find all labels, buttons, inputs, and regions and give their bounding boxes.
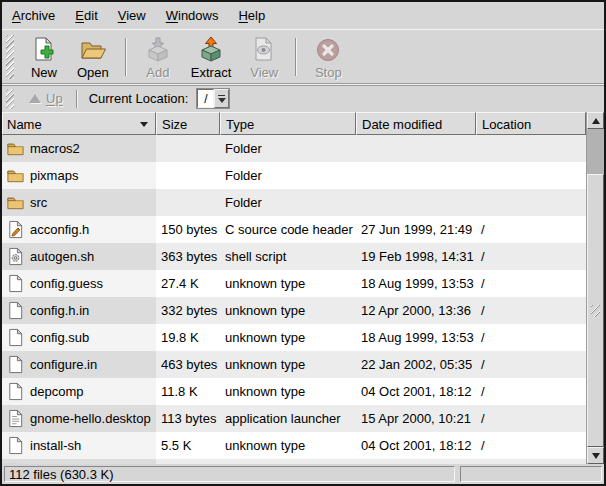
extract-icon <box>197 34 225 64</box>
toolbar-separator <box>125 38 127 76</box>
folder-icon <box>6 166 25 185</box>
table-row[interactable]: autogen.sh 363 bytes shell script 19 Feb… <box>2 243 586 270</box>
column-header-name[interactable]: Name <box>2 112 156 135</box>
view-button[interactable]: View <box>242 32 286 82</box>
table-row[interactable]: depcomp 11.8 K unknown type 04 Oct 2001,… <box>2 378 586 405</box>
scrollbar-trough[interactable] <box>587 129 604 174</box>
menu-windows[interactable]: Windows <box>156 5 229 26</box>
column-header-type[interactable]: Type <box>220 112 356 135</box>
open-archive-icon <box>79 34 107 64</box>
table-row[interactable]: install-sh 5.5 K unknown type 04 Oct 200… <box>2 432 586 459</box>
table-row[interactable]: config.h.in 332 bytes unknown type 12 Ap… <box>2 297 586 324</box>
open-button[interactable]: Open <box>70 32 116 82</box>
location-bar: Up Current Location: / <box>2 85 604 112</box>
file-icon <box>6 355 25 374</box>
column-header-size[interactable]: Size <box>156 112 220 135</box>
file-icon <box>6 382 25 401</box>
toolbar: New Open Add <box>2 29 604 85</box>
table-row[interactable]: gnome-hello.desktop 113 bytes applicatio… <box>2 405 586 432</box>
column-header-date-modified[interactable]: Date modified <box>356 112 476 135</box>
column-header-location[interactable]: Location <box>476 112 586 135</box>
file-icon <box>6 301 25 320</box>
file-list: Name Size Type Date modified Location ma… <box>2 112 604 464</box>
combo-dropdown-button[interactable] <box>214 89 229 108</box>
folder-icon <box>6 139 25 158</box>
c-header-file-icon <box>6 220 25 239</box>
add-button[interactable]: Add <box>136 32 180 82</box>
new-button[interactable]: New <box>22 32 66 82</box>
current-location-combo[interactable]: / <box>196 88 230 109</box>
chevron-down-icon <box>218 98 226 103</box>
current-location-label: Current Location: <box>89 91 189 106</box>
scroll-up-icon <box>592 118 600 124</box>
table-row[interactable]: pixmaps Folder <box>2 162 586 189</box>
add-files-icon <box>144 34 172 64</box>
folder-icon <box>6 193 25 212</box>
scroll-down-button[interactable] <box>587 447 604 464</box>
current-location-value[interactable]: / <box>197 89 214 108</box>
shell-script-file-icon <box>6 247 25 266</box>
status-progress-panel <box>460 466 602 482</box>
table-row[interactable]: acconfig.h 150 bytes C source code heade… <box>2 216 586 243</box>
table-header: Name Size Type Date modified Location <box>2 112 586 135</box>
view-file-icon <box>250 34 278 64</box>
menu-view[interactable]: View <box>108 5 156 26</box>
table-row[interactable]: config.sub 19.8 K unknown type 18 Aug 19… <box>2 324 586 351</box>
up-arrow-icon <box>29 94 41 103</box>
file-icon <box>6 328 25 347</box>
scroll-up-button[interactable] <box>587 112 604 129</box>
location-bar-drag-handle[interactable] <box>6 89 14 109</box>
archive-manager-window: Archive Edit View Windows Help New <box>0 0 606 486</box>
scrollbar-thumb[interactable] <box>587 174 604 447</box>
table-row[interactable]: macros2 Folder <box>2 135 586 162</box>
up-button[interactable]: Up <box>23 88 69 109</box>
menu-edit[interactable]: Edit <box>65 5 107 26</box>
file-icon <box>6 274 25 293</box>
file-icon <box>6 436 25 455</box>
new-archive-icon <box>30 34 58 64</box>
status-bar: 112 files (630.3 K) <box>2 464 604 484</box>
table-body: macros2 Folder pixmaps Folder src Fol <box>2 135 586 464</box>
table-row[interactable]: config.guess 27.4 K unknown type 18 Aug … <box>2 270 586 297</box>
toolbar-separator <box>295 38 297 76</box>
vertical-scrollbar[interactable] <box>586 112 604 464</box>
location-bar-separator <box>76 90 78 108</box>
combo-indicator-bar <box>218 95 225 96</box>
status-message-panel: 112 files (630.3 K) <box>4 466 455 482</box>
toolbar-drag-handle[interactable] <box>6 35 14 79</box>
menu-archive[interactable]: Archive <box>2 5 65 26</box>
scroll-down-icon <box>592 453 600 459</box>
sort-descending-icon <box>140 122 148 127</box>
table-row[interactable]: configure.in 463 bytes unknown type 22 J… <box>2 351 586 378</box>
table-row[interactable]: src Folder <box>2 189 586 216</box>
stop-icon <box>314 34 342 64</box>
menu-help[interactable]: Help <box>228 5 275 26</box>
launcher-file-icon <box>6 409 25 428</box>
menu-bar: Archive Edit View Windows Help <box>2 2 604 29</box>
extract-button[interactable]: Extract <box>184 32 238 82</box>
stop-button[interactable]: Stop <box>306 32 350 82</box>
